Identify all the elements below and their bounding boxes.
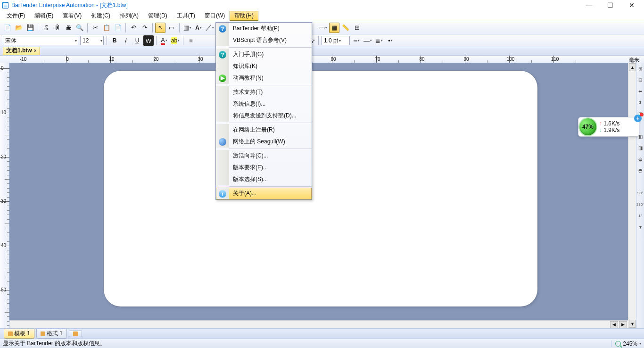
scroll-left-button[interactable]: ◀ xyxy=(610,321,618,328)
app-icon xyxy=(2,2,8,8)
help-menu-item[interactable]: 版本要求(E)... xyxy=(216,162,312,174)
help-menu-item[interactable]: VBScript 语言参考(V) xyxy=(216,34,312,46)
right-tool-9[interactable]: ◓ xyxy=(637,166,644,175)
bottom-tab-add[interactable] xyxy=(69,331,82,337)
save-button[interactable]: 💾 xyxy=(25,23,35,33)
snap-button[interactable]: ⊞ xyxy=(352,23,362,33)
print-preview-button[interactable]: 🖶 xyxy=(63,23,74,33)
right-tool-0[interactable]: ⊞ xyxy=(637,64,644,73)
menu-1[interactable]: 编辑(E) xyxy=(30,11,58,21)
teal-icon: ? xyxy=(219,51,226,58)
menu-separator xyxy=(229,186,312,187)
more-format-button[interactable]: •▾ xyxy=(385,35,396,46)
bottom-tab-0[interactable]: 模板 1 xyxy=(4,329,34,339)
menu-separator xyxy=(229,123,312,123)
menu-5[interactable]: 管理(D) xyxy=(143,11,172,21)
right-tool-3[interactable]: ⬍ xyxy=(637,98,644,107)
rotate-1°[interactable]: 1° xyxy=(637,211,644,220)
maximize-button[interactable]: ☐ xyxy=(600,0,621,10)
toolbar-format: 宋体▾ 12▾ B I U W A▾ ab▾ ≡ ▬▾ 1.0 pt▾ ┉▾ —… xyxy=(0,34,644,47)
rotate-180°[interactable]: 180° xyxy=(637,199,644,209)
help-menu-item[interactable]: 网络上的 Seagull(W) xyxy=(216,136,312,148)
document-tab[interactable]: 文档1.btw × xyxy=(3,46,40,55)
help-menu-item[interactable]: 知识库(K) xyxy=(216,60,312,72)
zoom-indicator[interactable]: 245% ▾ xyxy=(611,340,641,347)
help-menu-item[interactable]: ▶动画教程(N) xyxy=(216,72,312,84)
bottom-tab-1[interactable]: 格式 1 xyxy=(36,329,67,339)
menu-item-label: 版本要求(E)... xyxy=(229,162,312,174)
help-menu-item[interactable]: i关于(A)... xyxy=(216,188,312,199)
menu-6[interactable]: 工具(T) xyxy=(172,11,200,21)
ruler-button[interactable]: 📏 xyxy=(340,23,351,33)
scrollbar-vertical[interactable]: ▲ ▼ xyxy=(628,63,636,328)
inverse-button[interactable]: W xyxy=(143,35,154,46)
undo-button[interactable]: ↶ xyxy=(128,23,139,33)
menu-2[interactable]: 查看(V) xyxy=(58,11,86,21)
tab-icon xyxy=(41,331,45,336)
font-name-combo[interactable]: 宋体▾ xyxy=(3,36,78,45)
page-setup-button[interactable]: 🔍 xyxy=(74,23,85,33)
text-tool[interactable]: A▾ xyxy=(193,23,204,33)
toolbar-primary: 📄 📂 💾 🖨 🛢 🖶 🔍 ✂ 📋 📄 ↶ ↷ ↖ ▭ ▥▾ A▾ ／▾ ▭▾ … xyxy=(0,21,644,34)
menu-7[interactable]: 窗口(W) xyxy=(200,11,230,21)
label-page[interactable] xyxy=(104,71,537,307)
bold-button[interactable]: B xyxy=(109,35,120,46)
align-left-button[interactable]: ≡ xyxy=(186,35,196,46)
right-tool-10[interactable] xyxy=(637,177,644,186)
network-monitor-widget[interactable]: 47% 1.6K/s 1.9K/s + xyxy=(578,117,639,137)
pointer-tool[interactable]: ↖ xyxy=(155,23,165,33)
redo-button[interactable]: ↷ xyxy=(140,23,150,33)
help-menu-item[interactable]: 版本选择(S)... xyxy=(216,174,312,185)
menu-8[interactable]: 帮助(H) xyxy=(230,11,258,21)
underline-button[interactable]: U xyxy=(132,35,142,46)
grid-button[interactable]: ▦ xyxy=(329,23,339,33)
right-tool-1[interactable]: ⊟ xyxy=(637,75,644,84)
print-button[interactable]: 🖨 xyxy=(41,23,51,33)
menu-0[interactable]: 文件(F) xyxy=(2,11,30,21)
paste-button[interactable]: 📄 xyxy=(113,23,123,33)
select-tool[interactable]: ▭ xyxy=(166,23,177,33)
menu-3[interactable]: 创建(C) xyxy=(86,11,115,21)
window-title: BarTender Enterprise Automation - [文档1.b… xyxy=(11,1,128,9)
align-menu-button[interactable]: ≣▾ xyxy=(374,35,384,46)
close-tab-icon[interactable]: × xyxy=(34,48,37,53)
scrollbar-horizontal[interactable]: ◀ ▶ xyxy=(9,320,628,328)
highlight-button[interactable]: ab▾ xyxy=(170,35,181,46)
scroll-up-button[interactable]: ▲ xyxy=(629,63,636,71)
right-tool-7[interactable]: ◨ xyxy=(637,143,644,152)
widget-add-button[interactable]: + xyxy=(634,115,642,122)
shape-tool[interactable]: ▭▾ xyxy=(318,23,328,33)
help-menu-item[interactable]: 在网络上注册(R) xyxy=(216,124,312,136)
help-menu-item[interactable]: 激活向导(C)... xyxy=(216,150,312,162)
help-menu-item[interactable]: 技术支持(T) xyxy=(216,86,312,98)
italic-button[interactable]: I xyxy=(121,35,131,46)
right-tool-8[interactable]: ◒ xyxy=(637,154,644,164)
right-tool-2[interactable]: ⬌ xyxy=(637,86,644,96)
help-menu-item[interactable]: 系统信息(I)... xyxy=(216,98,312,110)
font-size-combo[interactable]: 12▾ xyxy=(80,36,104,45)
right-tools-more[interactable]: ▾ xyxy=(637,222,644,232)
scroll-down-button[interactable]: ▼ xyxy=(629,320,636,328)
close-button[interactable]: ✕ xyxy=(621,0,642,10)
db-button[interactable]: 🛢 xyxy=(52,23,62,33)
font-color-button[interactable]: A▾ xyxy=(159,35,169,46)
cut-button[interactable]: ✂ xyxy=(90,23,100,33)
menu-separator xyxy=(229,149,312,149)
line-style-button[interactable]: ┉▾ xyxy=(351,35,362,46)
new-button[interactable]: 📄 xyxy=(2,23,13,33)
scroll-right-button[interactable]: ▶ xyxy=(619,321,627,328)
line-weight-combo[interactable]: 1.0 pt▾ xyxy=(322,36,350,45)
line-end-button[interactable]: —▾ xyxy=(363,35,373,46)
barcode-tool[interactable]: ▥▾ xyxy=(182,23,192,33)
help-menu-item[interactable]: ?入门手册(G) xyxy=(216,49,312,60)
menu-4[interactable]: 排列(A) xyxy=(115,11,143,21)
bottom-tab-label: 格式 1 xyxy=(47,330,63,338)
canvas[interactable]: ◀ ▶ xyxy=(9,63,628,328)
help-menu-item[interactable]: ?BarTender 帮助(P) xyxy=(216,23,312,34)
minimize-button[interactable]: — xyxy=(578,0,600,10)
open-button[interactable]: 📂 xyxy=(14,23,24,33)
copy-button[interactable]: 📋 xyxy=(101,23,112,33)
help-menu-item[interactable]: 将信息发送到支持部(D)... xyxy=(216,110,312,122)
rotate-90°[interactable]: 90° xyxy=(637,188,644,198)
line-tool[interactable]: ／▾ xyxy=(205,23,215,33)
